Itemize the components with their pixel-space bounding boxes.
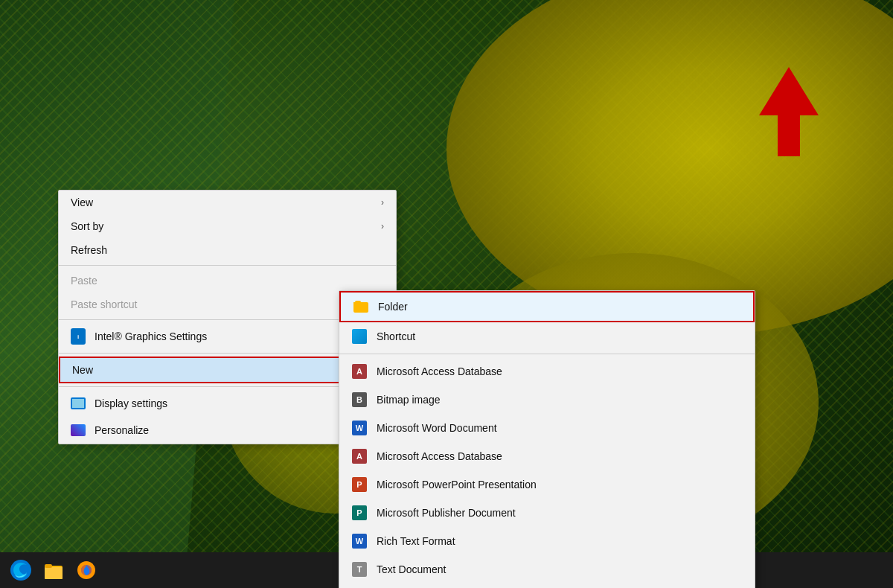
menu-item-paste[interactable]: Paste xyxy=(59,269,396,293)
display-settings-label: Display settings xyxy=(95,397,167,409)
text-icon: T xyxy=(351,561,368,578)
intel-icon: i xyxy=(71,329,86,344)
powerpoint-icon: P xyxy=(351,476,368,493)
submenu-item-excel[interactable]: X Microsoft Excel Worksheet xyxy=(339,584,755,588)
display-settings-icon xyxy=(71,396,86,411)
personalize-label: Personalize xyxy=(95,424,149,436)
rtf-icon: W xyxy=(351,533,368,549)
access-icon-1: A xyxy=(351,363,368,380)
svg-rect-5 xyxy=(45,564,52,568)
word-icon: W xyxy=(351,420,368,436)
paste-shortcut-label: Paste shortcut xyxy=(71,298,138,310)
text-doc-label: Text Document xyxy=(377,563,446,575)
view-arrow: › xyxy=(381,197,384,208)
shortcut-icon xyxy=(351,328,368,345)
separator-1 xyxy=(59,265,396,266)
svg-rect-4 xyxy=(45,567,63,579)
shortcut-label: Shortcut xyxy=(377,330,415,342)
submenu-item-powerpoint[interactable]: P Microsoft PowerPoint Presentation xyxy=(339,470,755,499)
publisher-label: Microsoft Publisher Document xyxy=(377,507,516,519)
taskbar-firefox[interactable] xyxy=(71,555,101,585)
submenu-item-access-db1[interactable]: A Microsoft Access Database xyxy=(339,357,755,386)
publisher-icon: P xyxy=(351,505,368,521)
taskbar-file-explorer[interactable] xyxy=(39,555,68,585)
svg-marker-1 xyxy=(759,67,819,156)
annotation-arrow xyxy=(744,63,833,163)
submenu-item-publisher[interactable]: P Microsoft Publisher Document xyxy=(339,499,755,527)
bitmap-label: Bitmap image xyxy=(377,394,441,406)
powerpoint-label: Microsoft PowerPoint Presentation xyxy=(377,479,537,490)
refresh-label: Refresh xyxy=(71,244,107,256)
menu-item-sort-by[interactable]: Sort by › xyxy=(59,214,396,238)
sort-by-label: Sort by xyxy=(71,220,103,232)
submenu-separator-1 xyxy=(339,354,755,354)
folder-label: Folder xyxy=(378,301,408,313)
rtf-label: Rich Text Format xyxy=(377,535,455,547)
submenu-item-rtf[interactable]: W Rich Text Format xyxy=(339,527,755,555)
personalize-icon xyxy=(71,423,86,438)
submenu-item-word[interactable]: W Microsoft Word Document xyxy=(339,414,755,442)
submenu-new: Folder Shortcut A Microsoft Access Datab… xyxy=(339,290,755,588)
access-db1-label: Microsoft Access Database xyxy=(377,365,502,377)
submenu-item-folder[interactable]: Folder xyxy=(339,291,755,322)
access-icon-2: A xyxy=(351,448,368,464)
submenu-item-text[interactable]: T Text Document xyxy=(339,555,755,584)
bitmap-icon: B xyxy=(351,392,368,408)
submenu-item-access-db2[interactable]: A Microsoft Access Database xyxy=(339,442,755,470)
word-label: Microsoft Word Document xyxy=(377,422,497,434)
submenu-item-shortcut[interactable]: Shortcut xyxy=(339,322,755,351)
paste-label: Paste xyxy=(71,275,97,287)
menu-item-view[interactable]: View › xyxy=(59,191,396,214)
sort-by-arrow: › xyxy=(381,221,384,231)
access-db2-label: Microsoft Access Database xyxy=(377,450,502,462)
folder-icon xyxy=(353,298,369,315)
submenu-item-bitmap[interactable]: B Bitmap image xyxy=(339,386,755,414)
menu-item-refresh[interactable]: Refresh xyxy=(59,238,396,262)
intel-graphics-label: Intel® Graphics Settings xyxy=(95,330,207,342)
taskbar-edge[interactable] xyxy=(6,555,36,585)
view-label: View xyxy=(71,196,93,208)
new-label: New xyxy=(72,364,93,376)
